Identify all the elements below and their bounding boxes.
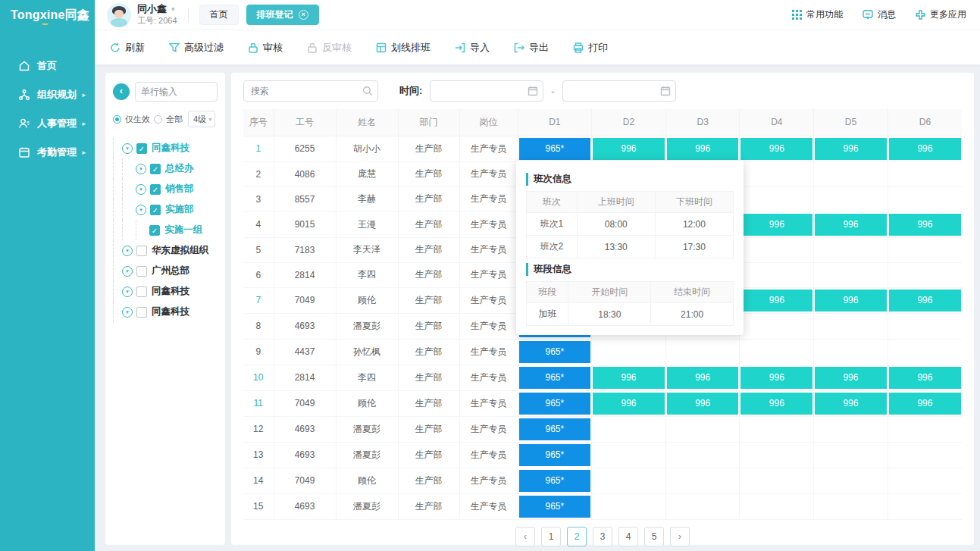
tree-node[interactable]: ▾同鑫科技 <box>113 302 218 322</box>
more-apps-button[interactable]: 更多应用 <box>916 8 966 21</box>
shift-cell[interactable]: 996 <box>815 393 887 415</box>
page-button-1[interactable]: 1 <box>541 527 561 546</box>
shift-cell[interactable]: 996 <box>593 138 665 160</box>
radio-all[interactable] <box>154 115 162 124</box>
tree-checkbox[interactable]: ✓ <box>150 164 161 174</box>
cell-day-d5: 996 <box>814 211 888 237</box>
shift-cell[interactable]: 965* <box>519 470 591 492</box>
sidebar-item-考勤管理[interactable]: 考勤管理▸ <box>0 138 95 167</box>
tree-expander-icon[interactable]: ▾ <box>136 184 146 195</box>
shift-cell[interactable]: 996 <box>667 138 739 160</box>
page-button-3[interactable]: 3 <box>593 527 612 546</box>
next-page-button[interactable]: › <box>670 527 690 546</box>
close-icon[interactable]: × <box>299 10 308 20</box>
cell-day-d3 <box>665 493 740 519</box>
prev-page-button[interactable]: ‹ <box>515 527 535 546</box>
shift-cell[interactable]: 965* <box>519 444 591 466</box>
shift-cell[interactable]: 996 <box>667 393 739 415</box>
messages-button[interactable]: 消息 <box>863 8 896 21</box>
audit-button[interactable]: 审核 <box>248 41 283 55</box>
sidebar-item-组织规划[interactable]: 组织规划▸ <box>0 80 95 109</box>
reverse-audit-button[interactable]: 反审核 <box>307 41 352 55</box>
shift-cell[interactable]: 965* <box>519 138 591 160</box>
tree-expander-icon[interactable]: ▾ <box>122 143 133 154</box>
shift-cell[interactable]: 996 <box>593 367 665 389</box>
shift-cell[interactable]: 965* <box>519 341 591 363</box>
collapse-panel-button[interactable]: ‹ <box>113 83 130 100</box>
shift-cell[interactable]: 996 <box>889 290 961 312</box>
tree-checkbox[interactable] <box>136 307 147 318</box>
print-button[interactable]: 打印 <box>573 41 608 55</box>
shift-cell[interactable]: 996 <box>815 138 887 160</box>
tree-node[interactable]: ▾✓总经办 <box>113 158 218 179</box>
shift-cell[interactable]: 965* <box>519 367 591 389</box>
line-scheduling-button[interactable]: 划线排班 <box>376 41 431 55</box>
table-row: 94437孙忆枫生产部生产专员965* <box>243 339 962 365</box>
tree-expander-icon[interactable]: ▾ <box>122 246 133 256</box>
shift-cell[interactable]: 996 <box>889 393 961 415</box>
cell-day-d6 <box>888 339 962 365</box>
tree-checkbox[interactable]: ✓ <box>136 143 147 154</box>
tree-checkbox[interactable] <box>136 246 147 256</box>
radio-active-only[interactable] <box>113 115 121 124</box>
tree-expander-icon[interactable]: ▾ <box>136 164 146 174</box>
sidebar-item-首页[interactable]: 首页 <box>0 52 95 80</box>
tree-expander-icon[interactable]: ▾ <box>122 307 133 318</box>
shift-cell[interactable]: 996 <box>740 367 812 389</box>
tree-expander-icon[interactable]: ▾ <box>122 266 133 277</box>
tree-node[interactable]: ▾同鑫科技 <box>113 281 218 302</box>
shift-cell[interactable]: 996 <box>889 367 961 389</box>
tree-node[interactable]: ▾✓销售部 <box>113 179 218 199</box>
tree-node[interactable]: ▾华东虚拟组织 <box>113 240 218 261</box>
search-input[interactable] <box>243 80 378 102</box>
tree-expander-icon[interactable]: ▾ <box>136 205 146 215</box>
tree-node[interactable]: ▾✓实施部 <box>113 199 218 220</box>
export-button[interactable]: 导出 <box>514 41 549 55</box>
shift-cell[interactable]: 965* <box>519 418 591 440</box>
tab-shift-register[interactable]: 排班登记 × <box>246 5 319 25</box>
tree-checkbox[interactable]: ✓ <box>150 205 161 215</box>
shift-cell[interactable]: 996 <box>815 214 887 236</box>
popup-cell: 21:00 <box>651 303 734 326</box>
shift-cell[interactable]: 996 <box>740 290 812 312</box>
shift-cell[interactable]: 996 <box>740 214 812 236</box>
page-button-4[interactable]: 4 <box>618 527 638 546</box>
level-select[interactable]: 4级 ▾ <box>188 111 215 127</box>
tree-expander-icon[interactable]: ▾ <box>122 286 133 297</box>
tree-node[interactable]: ▾✓同鑫科技 <box>113 138 218 158</box>
page-button-5[interactable]: 5 <box>644 527 664 546</box>
page-button-2[interactable]: 2 <box>567 527 587 546</box>
import-button[interactable]: 导入 <box>455 41 490 55</box>
shift-cell[interactable]: 996 <box>889 138 961 160</box>
sidebar-item-label: 人事管理 <box>37 117 77 130</box>
tree-checkbox[interactable]: ✓ <box>149 225 160 236</box>
shift-cell[interactable]: 965* <box>519 496 591 518</box>
advanced-filter-button[interactable]: 高级过滤 <box>169 41 224 55</box>
common-functions-button[interactable]: 常用功能 <box>792 8 843 21</box>
shift-cell[interactable]: 996 <box>815 367 887 389</box>
tree-checkbox[interactable]: ✓ <box>150 184 161 195</box>
date-end-input[interactable] <box>562 80 676 102</box>
tree-checkbox[interactable] <box>136 286 147 297</box>
shift-cell[interactable]: 965* <box>519 393 591 415</box>
shift-cell[interactable]: 996 <box>740 393 812 415</box>
tree-node[interactable]: ▾广州总部 <box>113 261 218 281</box>
popup-cell: 18:30 <box>568 303 651 326</box>
shift-cell[interactable]: 996 <box>667 367 739 389</box>
shift-cell[interactable]: 996 <box>889 214 961 236</box>
shift-cell[interactable]: 996 <box>815 290 887 312</box>
tree-node[interactable]: ✓实施一组 <box>113 220 218 240</box>
cell-seq: 9 <box>243 339 274 365</box>
tree-checkbox[interactable] <box>136 266 147 277</box>
cell-day-d4 <box>740 313 814 339</box>
refresh-button[interactable]: 刷新 <box>110 41 145 55</box>
date-start-input[interactable] <box>430 80 543 102</box>
cell-dept: 生产部 <box>398 339 459 365</box>
tab-home[interactable]: 首页 <box>199 5 239 25</box>
shift-cell[interactable]: 996 <box>740 138 812 160</box>
tree-search-input[interactable] <box>135 82 218 102</box>
user-menu-caret-icon[interactable]: ▾ <box>171 5 175 14</box>
shift-cell[interactable]: 996 <box>593 393 665 415</box>
sidebar-item-人事管理[interactable]: 人事管理▸ <box>0 109 95 138</box>
tree-guide-line <box>113 138 120 158</box>
